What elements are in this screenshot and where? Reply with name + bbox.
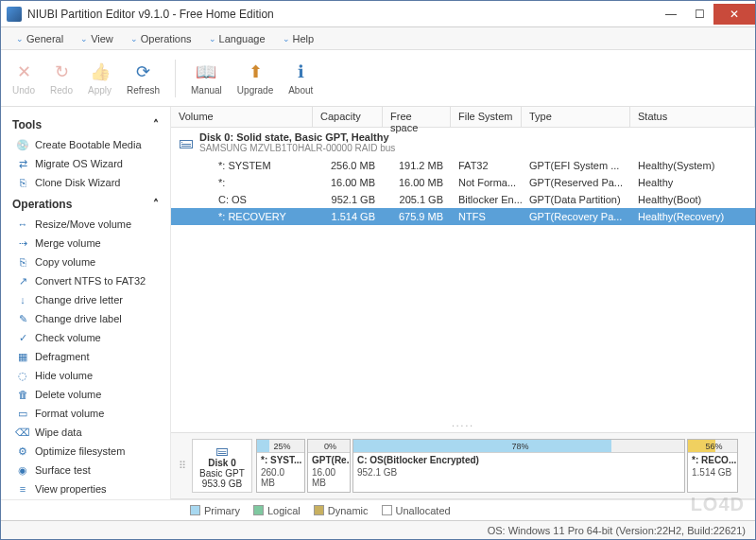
ops-item-9[interactable]: 🗑Delete volume [12, 385, 159, 404]
upgrade-icon: ⬆ [244, 61, 266, 83]
diskmap-partition[interactable]: 56%*: RECO...1.514 GB [687, 439, 738, 493]
ops-item-1[interactable]: ⇢Merge volume [12, 234, 159, 253]
sidebar-item-icon: ▭ [16, 407, 29, 420]
partition-row[interactable]: *:16.00 MB16.00 MBNot Forma...GPT(Reserv… [171, 174, 755, 191]
disk-icon: 🖴 [179, 134, 194, 151]
tools-item-2[interactable]: ⎘Clone Disk Wizard [12, 173, 159, 192]
chevron-up-icon: ˄ [153, 198, 159, 211]
ops-item-2[interactable]: ⎘Copy volume [12, 253, 159, 271]
disk-name: Disk 0: Solid state, Basic GPT, Healthy [199, 131, 395, 143]
chevron-down-icon: ⌄ [16, 34, 24, 44]
sidebar-item-icon: ⌫ [16, 426, 29, 439]
apply-button: 👍Apply [84, 59, 115, 97]
disk-row[interactable]: 🖴 Disk 0: Solid state, Basic GPT, Health… [171, 128, 755, 157]
ops-item-10[interactable]: ▭Format volume [12, 404, 159, 423]
minimize-button[interactable]: — [657, 4, 685, 25]
ops-item-13[interactable]: ◉Surface test [12, 461, 159, 479]
maximize-button[interactable]: ☐ [685, 4, 713, 25]
col-free[interactable]: Free space [383, 107, 451, 127]
col-volume[interactable]: Volume [171, 107, 313, 127]
ops-item-0[interactable]: ↔Resize/Move volume [12, 215, 159, 234]
app-icon [7, 7, 22, 22]
sidebar-tools-header[interactable]: Tools˄ [12, 113, 159, 135]
menu-general[interactable]: ⌄General [9, 31, 71, 46]
menu-view[interactable]: ⌄View [73, 31, 121, 46]
about-icon: ℹ [289, 61, 312, 83]
legend-item: Primary [190, 505, 240, 516]
toolbar: ✕Undo↻Redo👍Apply⟳Refresh📖Manual⬆Upgradeℹ… [1, 50, 755, 107]
redo-icon: ↻ [50, 61, 73, 83]
sidebar-item-icon: 💿 [16, 138, 29, 151]
ops-item-11[interactable]: ⌫Wipe data [12, 423, 159, 442]
chevron-down-icon: ⌄ [130, 34, 138, 44]
refresh-button[interactable]: ⟳Refresh [123, 59, 163, 97]
sidebar-item-icon: ≡ [16, 482, 29, 496]
upgrade-button[interactable]: ⬆Upgrade [233, 59, 277, 97]
disk-icon: 🖴 [215, 443, 229, 458]
col-status[interactable]: Status [630, 107, 755, 127]
sidebar-item-icon: ✓ [16, 331, 29, 344]
manual-button[interactable]: 📖Manual [187, 59, 226, 97]
diskmap-partition[interactable]: 25%*: SYST...260.0 MB [256, 439, 305, 493]
ops-item-12[interactable]: ⚙Optimize filesystem [12, 442, 159, 461]
col-type[interactable]: Type [522, 107, 630, 127]
disk-map: ⠿ 🖴 Disk 0 Basic GPT 953.9 GB 25%*: SYST… [171, 432, 755, 499]
grid-body: 🖴 Disk 0: Solid state, Basic GPT, Health… [171, 128, 755, 225]
ops-item-5[interactable]: ✎Change drive label [12, 309, 159, 328]
sidebar-item-icon: ◉ [16, 463, 29, 477]
ops-item-6[interactable]: ✓Check volume [12, 328, 159, 347]
disk-model: SAMSUNG MZVLB1T0HALR-00000 RAID bus [199, 143, 395, 153]
titlebar: NIUBI Partition Editor v9.1.0 - Free Hom… [1, 1, 755, 27]
chevron-down-icon: ⌄ [209, 34, 216, 44]
sidebar-item-icon: ⎘ [16, 255, 29, 269]
sidebar-item-icon: ◌ [16, 369, 29, 382]
chevron-down-icon: ⌄ [80, 34, 88, 44]
content-area: Volume Capacity Free space File System T… [171, 107, 755, 499]
menu-operations[interactable]: ⌄Operations [123, 31, 199, 46]
redo-button: ↻Redo [46, 59, 77, 97]
ops-item-14[interactable]: ≡View properties [12, 479, 159, 498]
partition-row[interactable]: C: OS952.1 GB205.1 GBBitlocker En...GPT(… [171, 191, 755, 208]
manual-icon: 📖 [195, 61, 217, 83]
col-fs[interactable]: File System [451, 107, 522, 127]
chevron-up-icon: ˄ [153, 118, 159, 131]
sidebar-item-icon: ⇢ [16, 236, 29, 250]
sidebar-item-icon: ✎ [16, 312, 29, 325]
sidebar-item-icon: ▦ [16, 350, 29, 363]
sidebar: Tools˄ 💿Create Bootable Media⇄Migrate OS… [1, 107, 171, 499]
sidebar-ops-header[interactable]: Operations˄ [12, 192, 159, 215]
window-title: NIUBI Partition Editor v9.1.0 - Free Hom… [27, 8, 657, 21]
sidebar-item-icon: ↓ [16, 293, 29, 306]
chevron-down-icon: ⌄ [283, 34, 290, 44]
sidebar-item-icon: ⚙ [16, 444, 29, 458]
legend-item: Dynamic [314, 505, 369, 516]
sidebar-item-icon: ↗ [16, 274, 29, 287]
about-button[interactable]: ℹAbout [284, 59, 317, 97]
menu-language[interactable]: ⌄Language [201, 31, 273, 46]
close-button[interactable]: ✕ [713, 4, 755, 25]
legend: PrimaryLogicalDynamicUnallocated [1, 499, 755, 520]
refresh-icon: ⟳ [132, 61, 155, 83]
sidebar-item-icon: 🗑 [16, 388, 29, 401]
partition-row[interactable]: *: SYSTEM256.0 MB191.2 MBFAT32GPT(EFI Sy… [171, 157, 755, 174]
disk-summary[interactable]: 🖴 Disk 0 Basic GPT 953.9 GB [192, 439, 252, 493]
menu-help[interactable]: ⌄Help [275, 31, 322, 46]
partition-row[interactable]: *: RECOVERY1.514 GB675.9 MBNTFSGPT(Recov… [171, 208, 755, 225]
grid-header: Volume Capacity Free space File System T… [171, 107, 755, 128]
splitter[interactable]: ..... [171, 399, 755, 432]
tools-item-0[interactable]: 💿Create Bootable Media [12, 135, 159, 154]
status-text: OS: Windows 11 Pro 64-bit (Version:22H2,… [488, 525, 746, 536]
sidebar-pending-header[interactable]: Pending operations˄ [12, 498, 159, 499]
ops-item-4[interactable]: ↓Change drive letter [12, 290, 159, 309]
legend-item: Logical [253, 505, 301, 516]
col-capacity[interactable]: Capacity [313, 107, 383, 127]
ops-item-8[interactable]: ◌Hide volume [12, 366, 159, 385]
diskmap-partition[interactable]: 0%GPT(Re...16.00 MB [307, 439, 351, 493]
sidebar-item-icon: ↔ [16, 218, 29, 231]
ops-item-3[interactable]: ↗Convert NTFS to FAT32 [12, 271, 159, 290]
ops-item-7[interactable]: ▦Defragment [12, 347, 159, 366]
drag-handle-icon[interactable]: ⠿ [179, 439, 188, 493]
tools-item-1[interactable]: ⇄Migrate OS Wizard [12, 154, 159, 173]
apply-icon: 👍 [89, 61, 112, 83]
diskmap-partition[interactable]: 78%C: OS(Bitlocker Encrypted)952.1 GB [352, 439, 685, 493]
